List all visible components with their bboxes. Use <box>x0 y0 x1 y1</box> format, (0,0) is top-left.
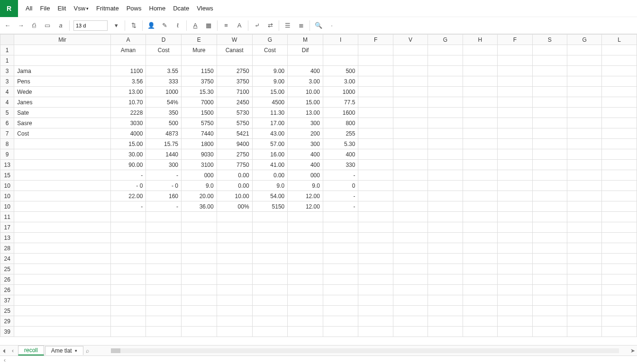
menu-home[interactable]: Home <box>149 5 166 12</box>
font-color-icon[interactable]: A <box>191 21 200 30</box>
stepper-icon[interactable]: ⇅ <box>129 21 138 30</box>
separator <box>69 20 70 31</box>
forward-icon[interactable]: → <box>16 21 26 30</box>
title-bar: R All File Elit Vsw▾ Fritmate Pows Home … <box>0 0 637 17</box>
more-icon[interactable]: · <box>327 21 337 30</box>
toolbar: ← → ⎙ ▭ a ▾ ⇅ 👤 ✎ ℓ A ▦ ≡ A ⤶ ⇄ ☰ ≣ 🔍 · <box>0 17 637 34</box>
menu-views[interactable]: Vlews <box>197 5 213 12</box>
font-size-input[interactable] <box>73 20 108 31</box>
menu-pows[interactable]: Pows <box>127 5 142 12</box>
paste-icon[interactable]: ▭ <box>43 21 52 30</box>
app-logo: R <box>0 0 18 17</box>
separator <box>125 20 125 31</box>
wrap-icon[interactable]: ⤶ <box>252 21 262 30</box>
separator <box>217 20 218 31</box>
separator <box>186 20 187 31</box>
chevron-down-icon: ▾ <box>86 6 89 11</box>
separator <box>248 20 248 31</box>
separator <box>309 20 310 31</box>
back-icon[interactable]: ← <box>3 21 12 30</box>
brush-icon[interactable]: ✎ <box>160 21 169 30</box>
print-icon[interactable]: ⎙ <box>29 21 39 30</box>
dropdown-icon[interactable]: ▾ <box>111 21 121 30</box>
menu-edit[interactable]: Elit <box>57 5 66 12</box>
merge-icon[interactable]: ⇄ <box>265 21 275 30</box>
separator <box>279 20 279 31</box>
align-center-icon[interactable]: A <box>235 21 244 30</box>
person-icon[interactable]: 👤 <box>146 21 156 30</box>
indent-icon[interactable]: ≣ <box>296 21 306 30</box>
italic-icon[interactable]: a <box>56 21 65 30</box>
fill-color-icon[interactable]: ▦ <box>204 21 213 30</box>
menu-view-label: Vsw <box>73 5 85 12</box>
menu-view[interactable]: Vsw▾ <box>73 5 89 12</box>
align-left-icon[interactable]: ≡ <box>221 21 231 30</box>
menu-file[interactable]: File <box>40 5 50 12</box>
menu-data[interactable]: Dcate <box>173 5 189 12</box>
main-menu: All File Elit Vsw▾ Fritmate Pows Home Dc… <box>18 5 213 12</box>
separator <box>142 20 143 31</box>
highlight-icon[interactable]: ℓ <box>173 21 182 30</box>
zoom-icon[interactable]: 🔍 <box>314 21 323 30</box>
menu-all[interactable]: All <box>26 5 32 12</box>
list-icon[interactable]: ☰ <box>283 21 292 30</box>
menu-format[interactable]: Fritmate <box>96 5 119 12</box>
